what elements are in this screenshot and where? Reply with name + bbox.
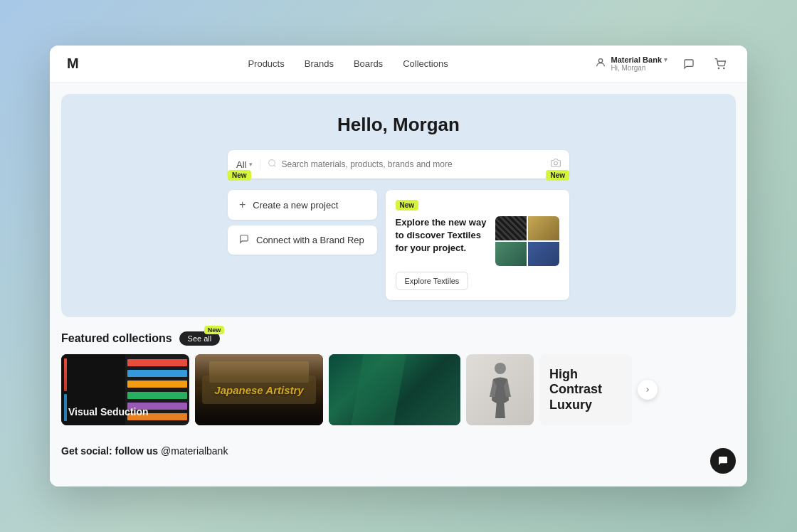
create-project-card[interactable]: + Create a new project (228, 190, 377, 220)
svg-point-1 (718, 68, 719, 68)
collection-emerald-green[interactable]: Emerald Green, Black & White (329, 354, 460, 425)
svg-point-2 (724, 68, 724, 68)
collections-next-arrow[interactable] (638, 380, 658, 400)
collections-row: Visual Seduction Ja (61, 354, 632, 425)
nav-right: Material Bank ▾ Hi, Morgan (595, 54, 730, 74)
chevron-icon: ▾ (664, 56, 667, 63)
textile-title: Explore the new way to discover Textiles… (396, 216, 488, 255)
collection-visual-seduction[interactable]: Visual Seduction (61, 354, 189, 425)
logo[interactable]: M (67, 55, 78, 72)
collection-high-contrast[interactable]: High Contrast Luxury (539, 354, 632, 425)
user-account: Material Bank ▾ (611, 55, 667, 64)
search-magnify-icon (268, 159, 277, 170)
see-all-badge: New (204, 326, 225, 334)
textile-image-2 (528, 216, 559, 240)
japanese-artistry-title: Japanese Artistry (214, 384, 303, 396)
chat-icon-btn[interactable] (679, 54, 699, 74)
search-input-area (268, 159, 551, 170)
svg-point-0 (599, 59, 603, 63)
textile-card: New Explore the new way to discover Text… (386, 190, 569, 300)
new-badge-actions: New (228, 170, 251, 181)
featured-header: Featured collections See all New (61, 331, 736, 346)
social-handle[interactable]: @materialbank (161, 445, 228, 457)
plus-icon: + (239, 198, 246, 211)
nav-collections[interactable]: Collections (403, 58, 448, 69)
featured-title: Featured collections (61, 332, 172, 345)
textile-image-4 (528, 242, 559, 266)
hero-action-cards: + Create a new project Connect with a Br… (228, 190, 377, 300)
collection-japanese-artistry[interactable]: Japanese Artistry (195, 354, 323, 425)
filter-chevron: ▾ (249, 161, 253, 168)
user-greeting: Hi, Morgan (611, 64, 667, 72)
nav-links: Products Brands Boards Collections (101, 58, 596, 69)
social-footer: Get social: follow us @materialbank (50, 437, 747, 465)
filter-label: All (236, 159, 246, 170)
camera-icon[interactable] (551, 158, 561, 171)
user-icon (595, 57, 606, 70)
search-input[interactable] (281, 159, 551, 169)
connect-brand-rep-label: Connect with a Brand Rep (256, 235, 364, 245)
collections-container: Visual Seduction Ja (61, 354, 736, 425)
high-contrast-title: High Contrast Luxury (549, 367, 622, 413)
textile-text: Explore the new way to discover Textiles… (396, 216, 488, 266)
nav-brands[interactable]: Brands (305, 58, 334, 69)
chat-bubble-icon (239, 234, 249, 246)
new-badge-textile: New (546, 170, 569, 181)
explore-textiles-button[interactable]: Explore Textiles (396, 272, 469, 290)
hero-section: Hello, Morgan All ▾ (61, 94, 736, 317)
svg-point-3 (269, 160, 275, 166)
social-label: Get social: follow us (61, 445, 158, 457)
bw-figure-bg (466, 354, 534, 425)
collection-bw[interactable] (466, 354, 534, 425)
visual-seduction-title: Visual Seduction (68, 406, 149, 418)
svg-point-4 (554, 161, 558, 165)
nav-boards[interactable]: Boards (354, 58, 383, 69)
cart-icon-btn[interactable] (710, 54, 730, 74)
textile-content: Explore the new way to discover Textiles… (396, 216, 559, 266)
hero-greeting: Hello, Morgan (78, 114, 719, 136)
connect-brand-rep-card[interactable]: Connect with a Brand Rep (228, 225, 377, 255)
search-filter[interactable]: All ▾ (236, 159, 260, 170)
floating-chat-button[interactable] (710, 448, 736, 474)
main-nav: M Products Brands Boards Collections Mat… (50, 46, 747, 83)
nav-products[interactable]: Products (248, 58, 284, 69)
user-menu[interactable]: Material Bank ▾ Hi, Morgan (595, 55, 667, 72)
textile-images (495, 216, 559, 266)
textile-image-1 (495, 216, 527, 240)
see-all-button[interactable]: See all New (179, 331, 221, 346)
create-project-label: Create a new project (253, 200, 338, 211)
svg-point-5 (495, 363, 506, 374)
featured-collections-section: Featured collections See all New (50, 326, 747, 437)
textile-image-3 (495, 242, 527, 266)
textile-new-badge: New (396, 200, 419, 211)
search-bar[interactable]: All ▾ (228, 150, 569, 179)
main-content: Hello, Morgan All ▾ (50, 83, 747, 486)
hero-cards: + Create a new project Connect with a Br… (228, 190, 569, 300)
